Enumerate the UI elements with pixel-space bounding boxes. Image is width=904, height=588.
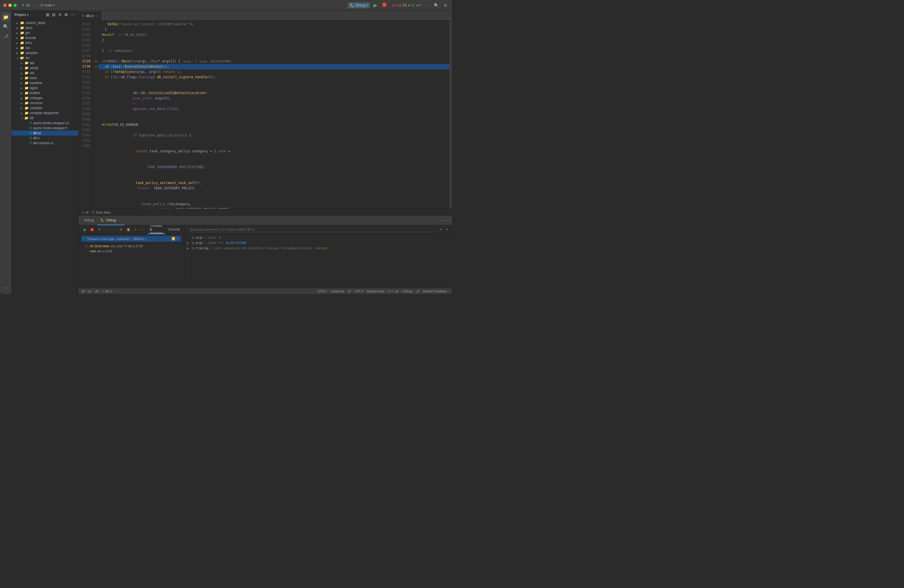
step-into-btn[interactable]: ↓ [104, 227, 110, 233]
step-out-btn[interactable]: ↑ [111, 227, 117, 233]
code-line-5740: task_policy_set(mach_task_self(), flavor… [98, 175, 449, 196]
tree-item-async-hooks-wrapper-h[interactable]: H async-hooks-wrapper.h [12, 126, 78, 131]
expression-bar: + ▾ [184, 225, 452, 234]
debug-button[interactable]: 🐛 Debug ▾ [348, 3, 370, 8]
stop-btn[interactable] [89, 227, 95, 233]
debug-expand-icon[interactable]: ⋯ [441, 218, 445, 223]
thread-item[interactable]: ✓ Thread-1-<com.app...n-thread> ( 366425… [81, 236, 181, 242]
sidebar-icon-folder[interactable]: 📁 [2, 13, 10, 21]
breadcrumb: © v8 › ⬡ Shell::Main [79, 209, 452, 215]
editor-more-icon[interactable]: ⋯ [446, 16, 450, 21]
tree-close-icon[interactable]: ✕ [57, 12, 62, 17]
branch-info[interactable]: ⎇ main ▾ [39, 3, 55, 7]
search-button[interactable]: 🔍 [433, 2, 440, 8]
tree-item-api[interactable]: ▶ 📁 api [12, 60, 78, 65]
tree-item-d8-console-cc[interactable]: © d8-console.cc [12, 141, 78, 145]
arrow-icon: ▶ [21, 107, 24, 110]
var-item-tracing[interactable]: ▶ □ tracing = {std::unique_ptr<v8::platf… [184, 245, 452, 251]
code-content[interactable]: FATAL("Could not install SIGTERM handler… [98, 21, 449, 209]
expression-input[interactable] [189, 227, 435, 232]
debug-minimize-icon[interactable]: — [446, 218, 450, 223]
restart-btn[interactable]: ↺ [118, 227, 124, 233]
status-v8: v8 [81, 289, 85, 293]
tree-more-icon[interactable]: ⋯ [70, 12, 76, 17]
tree-item-ast[interactable]: ▶ 📁 ast [12, 70, 78, 76]
console-tab[interactable]: Console [166, 225, 182, 234]
tree-item-label: ast [30, 71, 34, 75]
tree-item-async-hooks-wrapper-cc[interactable]: © async-hooks-wrapper.cc [12, 120, 78, 126]
var-item-argv[interactable]: ▶ □ argv = {char **} 0x16f2df008 [184, 240, 452, 245]
debug-layout: ▶ ↷ ↓ [79, 225, 452, 288]
tree-item-custom_deps[interactable]: ▶ 📁 custom_deps [12, 21, 78, 25]
tree-item-bigint[interactable]: ▶ 📁 bigint [12, 85, 78, 90]
tree-expand-icon[interactable]: ⊞ [45, 12, 50, 17]
run-coverage-button[interactable]: ▶ [372, 2, 379, 9]
tab-close-icon[interactable]: ✕ [96, 14, 98, 17]
thread-filter-icon[interactable]: 🔽 [171, 237, 175, 240]
ln-5737: 5737 [79, 101, 90, 106]
frame-item-2[interactable]: main d8.cc:6138 [79, 249, 184, 254]
tree-item-samples[interactable]: ▶ 📁 samples [12, 51, 78, 55]
ln-5744: 5744 [79, 138, 90, 143]
minimap [449, 21, 452, 209]
tree-item-gni[interactable]: ▶ 📁 gni [12, 30, 78, 35]
maximize-button[interactable] [13, 4, 17, 7]
tree-item-out[interactable]: ▶ 📁 out [12, 45, 78, 51]
frame-item-1[interactable]: ⚙ v8::Shell::Main (int, char **) d8.cc:5… [79, 243, 184, 249]
expr-dropdown-btn[interactable]: ▾ [444, 226, 450, 232]
debug-session-tab-2[interactable]: 🐛 Debug ✕ [97, 216, 124, 225]
lldb-tab[interactable]: LLDB [182, 225, 184, 234]
tree-item-compiler[interactable]: ▶ 📁 compiler [12, 106, 78, 111]
minimize-button[interactable] [8, 4, 12, 7]
status-feedback[interactable]: Submit Feedback... [423, 289, 449, 293]
tree-item-d8-h[interactable]: H d8.h [12, 136, 78, 141]
tree-item-include[interactable]: ▶ 📁 include [12, 35, 78, 40]
tree-item-d8-cc[interactable]: © d8.cc [12, 131, 78, 136]
tree-item-asmjs[interactable]: ▶ 📁 asmjs [12, 65, 78, 70]
mute-btn[interactable]: 🔇 [125, 227, 131, 233]
add-expr-btn[interactable]: + [438, 226, 444, 232]
var-item-argc[interactable]: □ argc = {int} 2 [184, 235, 452, 240]
tree-item-baseline[interactable]: ▶ 📁 baseline [12, 81, 78, 85]
ln-5739: 5739 [79, 112, 90, 117]
warn-count: ⚠ 23 [398, 3, 406, 7]
step-over-btn[interactable]: ↷ [96, 227, 103, 233]
tree-item-d8[interactable]: ▼ 📂 d8 [12, 115, 78, 120]
tree-item-codegen[interactable]: ▶ 📁 codegen [12, 95, 78, 101]
close-button[interactable] [3, 4, 7, 7]
tree-item-compiler-dispatcher[interactable]: ▶ 📁 compiler-dispatcher [12, 111, 78, 115]
stop-button[interactable] [381, 2, 388, 8]
tree-item-common[interactable]: ▶ 📁 common [12, 101, 78, 106]
branch-icon: ⎇ [39, 3, 43, 7]
tree-item-base[interactable]: ▶ 📁 base [12, 76, 78, 81]
threads-variables-tab[interactable]: Threads & Variables [147, 225, 166, 234]
debug-session-close[interactable]: ✕ [119, 218, 121, 221]
tree-item-builtins[interactable]: ▶ 📁 builtins [12, 90, 78, 95]
more-button[interactable]: ⋯ [424, 2, 430, 8]
arrow-icon: ▼ [16, 57, 19, 60]
debug-session-tab-1[interactable]: Debug [81, 216, 97, 225]
sidebar-icon-git[interactable]: ⎇ [2, 32, 10, 40]
tree-item-infra[interactable]: ▶ 📁 infra [12, 40, 78, 45]
folder-icon: 📁 [20, 46, 24, 50]
resume-btn[interactable]: ▶ [82, 227, 88, 233]
tree-item-src[interactable]: ▼ 📂 src [12, 55, 78, 60]
sidebar-icon-more[interactable]: ⋯ [2, 283, 10, 292]
tree-item-label: samples [25, 51, 38, 55]
settings-button[interactable]: ⚙ [442, 2, 449, 8]
add-watch-btn[interactable]: + [133, 227, 139, 233]
status-file: d8.cc [105, 289, 112, 293]
sidebar-icon-search[interactable]: 🔍 [2, 22, 10, 31]
console-label: Console [168, 228, 180, 231]
tab-d8cc[interactable]: © d8.cc ✕ [79, 11, 101, 21]
ln-5740: 5740 [79, 117, 90, 122]
arrow-icon: ▶ [21, 71, 24, 74]
window: ▼ v8 — ⎇ main ▾ 🐛 Debug ▾ ▶ ● 6 ⚠ 23 [0, 0, 452, 294]
tree-collapse-icon[interactable]: ⊟ [51, 12, 56, 17]
var-type-argc: {int} [208, 236, 217, 239]
debug-more-btn[interactable]: ⋯ [140, 227, 146, 233]
exec-arrow-5729: → [93, 59, 98, 64]
tree-item-docs[interactable]: ▶ 📁 docs [12, 25, 78, 30]
tree-settings-icon[interactable]: ⚙ [63, 12, 69, 17]
thread-label: Thread-1-<com.app...n-thread> ( [87, 237, 132, 240]
